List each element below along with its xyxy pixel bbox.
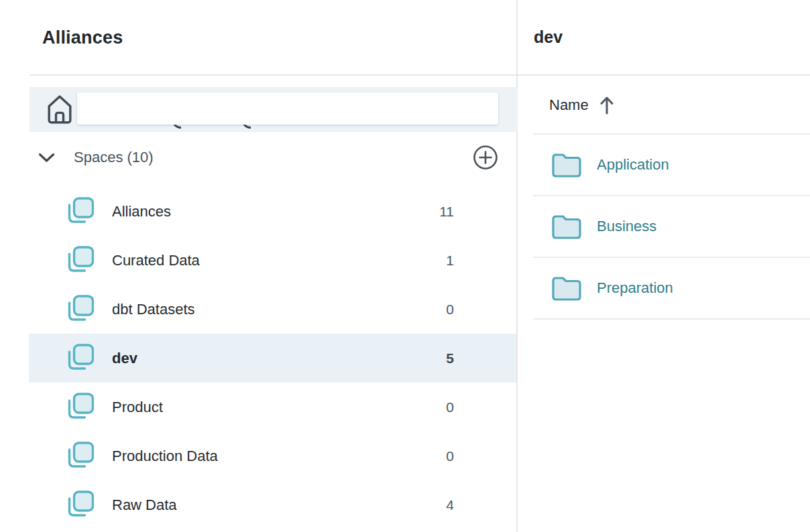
sidebar-header: Alliances [0, 0, 516, 76]
space-contents-panel: dev Name Application Business [518, 0, 810, 532]
space-row-raw-data[interactable]: Raw Data 4 [29, 480, 516, 529]
folder-icon [551, 213, 582, 240]
folder-list: Application Business Preparation [533, 135, 810, 320]
name-header-divider [533, 133, 810, 135]
contents-header: dev [518, 0, 810, 76]
space-name: Product [112, 399, 163, 416]
space-row-dev[interactable]: dev 5 [29, 334, 516, 383]
space-icon [67, 344, 94, 373]
name-column-label: Name [549, 96, 589, 114]
space-name: Production Data [112, 448, 218, 465]
folder-name: Preparation [597, 279, 673, 297]
space-count: 0 [446, 302, 454, 318]
space-count: 11 [439, 204, 454, 220]
space-row-curated-data[interactable]: Curated Data 1 [29, 236, 516, 285]
folder-row-application[interactable]: Application [533, 135, 810, 196]
space-name: Raw Data [112, 496, 177, 514]
space-count: 0 [446, 399, 454, 415]
sidebar-header-divider [30, 74, 516, 76]
spaces-section-label: Spaces (10) [74, 149, 154, 166]
space-count: 5 [446, 350, 454, 367]
folder-row-preparation[interactable]: Preparation [533, 258, 810, 320]
space-count: 4 [446, 497, 454, 513]
catalog-sidebar: Alliances Spaces (10) [0, 0, 518, 532]
folder-row-business[interactable]: Business [533, 196, 810, 258]
add-space-button[interactable] [473, 145, 498, 170]
folder-icon [551, 151, 582, 178]
name-column-header[interactable]: Name [518, 76, 810, 135]
plus-circle-icon [473, 145, 498, 170]
space-icon [67, 393, 94, 422]
space-name: Alliances [112, 203, 171, 220]
space-icon [67, 246, 94, 275]
sidebar-title: Alliances [42, 27, 123, 48]
space-icon [67, 490, 94, 520]
catalog-page: Alliances Spaces (10) [0, 0, 810, 532]
space-row-alliances[interactable]: Alliances 11 [29, 187, 516, 236]
space-name: dev [112, 350, 137, 367]
space-name: Curated Data [112, 252, 200, 269]
folder-name: Application [597, 156, 669, 174]
folder-icon [551, 275, 582, 302]
chevron-down-icon[interactable] [38, 153, 55, 163]
spaces-section-header[interactable]: Spaces (10) [30, 141, 518, 174]
space-row-production-data[interactable]: Production Data 0 [29, 431, 516, 480]
space-count: 0 [446, 448, 454, 464]
redacted-label-overlay [77, 92, 498, 125]
contents-title: dev [534, 27, 563, 47]
space-list: Alliances 11 Curated Data 1 dbt Datasets… [0, 187, 516, 529]
space-name: dbt Datasets [112, 301, 195, 318]
folder-name: Business [597, 218, 656, 235]
space-icon [67, 197, 94, 226]
sort-ascending-icon [599, 95, 615, 115]
space-icon [67, 295, 94, 324]
space-icon [67, 442, 94, 471]
space-row-product[interactable]: Product 0 [29, 383, 516, 431]
space-row-dbt-datasets[interactable]: dbt Datasets 0 [29, 285, 516, 334]
home-row[interactable] [30, 87, 518, 132]
space-count: 1 [446, 253, 454, 269]
home-icon [47, 94, 72, 125]
